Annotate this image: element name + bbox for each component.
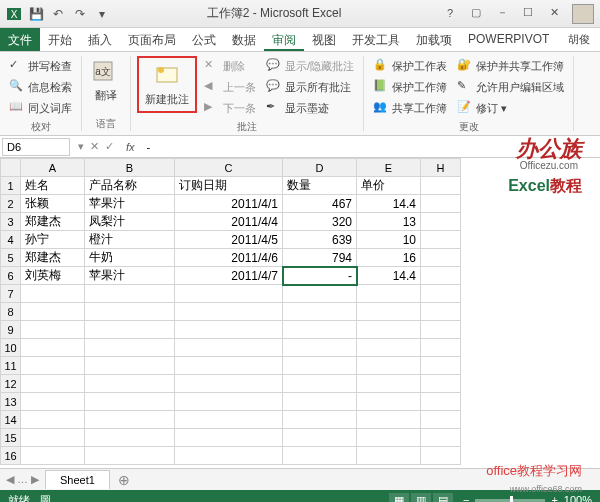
thesaurus-button[interactable]: 📖同义词库 <box>6 98 75 118</box>
cell-B3[interactable]: 凤梨汁 <box>85 213 175 231</box>
cell-E15[interactable] <box>357 429 421 447</box>
tab-review[interactable]: 审阅 <box>264 28 304 51</box>
cell-B15[interactable] <box>85 429 175 447</box>
cell-B10[interactable] <box>85 339 175 357</box>
cell-B16[interactable] <box>85 447 175 465</box>
cell-E12[interactable] <box>357 375 421 393</box>
row-header-9[interactable]: 9 <box>1 321 21 339</box>
cell-B7[interactable] <box>85 285 175 303</box>
cell-H4[interactable] <box>421 231 461 249</box>
row-header-7[interactable]: 7 <box>1 285 21 303</box>
protect-sheet-button[interactable]: 🔒保护工作表 <box>370 56 450 76</box>
delete-comment-button[interactable]: ✕删除 <box>201 56 259 76</box>
cell-D5[interactable]: 794 <box>283 249 357 267</box>
row-header-2[interactable]: 2 <box>1 195 21 213</box>
row-header-10[interactable]: 10 <box>1 339 21 357</box>
cell-E1[interactable]: 单价 <box>357 177 421 195</box>
cell-A15[interactable] <box>21 429 85 447</box>
zoom-control[interactable]: − + 100% <box>463 494 592 502</box>
cell-A16[interactable] <box>21 447 85 465</box>
view-normal-icon[interactable]: ▦ <box>389 493 409 502</box>
cell-B14[interactable] <box>85 411 175 429</box>
tab-layout[interactable]: 页面布局 <box>120 28 184 51</box>
cell-C8[interactable] <box>175 303 283 321</box>
cell-A11[interactable] <box>21 357 85 375</box>
cell-D7[interactable] <box>283 285 357 303</box>
cell-D2[interactable]: 467 <box>283 195 357 213</box>
cancel-formula-icon[interactable]: ✕ <box>90 140 99 153</box>
column-header-A[interactable]: A <box>21 159 85 177</box>
cell-H5[interactable] <box>421 249 461 267</box>
tab-insert[interactable]: 插入 <box>80 28 120 51</box>
cell-B2[interactable]: 苹果汁 <box>85 195 175 213</box>
cell-C14[interactable] <box>175 411 283 429</box>
redo-icon[interactable]: ↷ <box>72 6 88 22</box>
cell-E5[interactable]: 16 <box>357 249 421 267</box>
spellcheck-button[interactable]: ✓拼写检查 <box>6 56 75 76</box>
cell-A3[interactable]: 郑建杰 <box>21 213 85 231</box>
cell-D11[interactable] <box>283 357 357 375</box>
cell-E10[interactable] <box>357 339 421 357</box>
cell-A9[interactable] <box>21 321 85 339</box>
cell-B13[interactable] <box>85 393 175 411</box>
row-header-8[interactable]: 8 <box>1 303 21 321</box>
protect-workbook-button[interactable]: 📗保护工作簿 <box>370 77 450 97</box>
show-ink-button[interactable]: ✒显示墨迹 <box>263 98 357 118</box>
cell-D14[interactable] <box>283 411 357 429</box>
zoom-out-icon[interactable]: − <box>463 494 469 502</box>
cell-C6[interactable]: 2011/4/7 <box>175 267 283 285</box>
tab-addins[interactable]: 加载项 <box>408 28 460 51</box>
cell-A1[interactable]: 姓名 <box>21 177 85 195</box>
cell-D4[interactable]: 639 <box>283 231 357 249</box>
cell-B11[interactable] <box>85 357 175 375</box>
cell-A2[interactable]: 张颖 <box>21 195 85 213</box>
column-header-D[interactable]: D <box>283 159 357 177</box>
undo-icon[interactable]: ↶ <box>50 6 66 22</box>
maximize-icon[interactable]: ☐ <box>516 4 540 22</box>
tab-powerpivot[interactable]: POWERPIVOT <box>460 28 557 51</box>
cell-E8[interactable] <box>357 303 421 321</box>
new-comment-button[interactable]: 新建批注 <box>141 60 193 109</box>
accept-formula-icon[interactable]: ✓ <box>105 140 114 153</box>
cell-C12[interactable] <box>175 375 283 393</box>
cell-A7[interactable] <box>21 285 85 303</box>
namebox-dropdown-icon[interactable]: ▾ <box>78 140 84 153</box>
row-header-3[interactable]: 3 <box>1 213 21 231</box>
cell-H16[interactable] <box>421 447 461 465</box>
cell-H2[interactable] <box>421 195 461 213</box>
avatar[interactable] <box>572 4 594 24</box>
cell-H10[interactable] <box>421 339 461 357</box>
cell-D6[interactable]: - <box>283 267 357 285</box>
cell-B6[interactable]: 苹果汁 <box>85 267 175 285</box>
cell-D13[interactable] <box>283 393 357 411</box>
cell-B8[interactable] <box>85 303 175 321</box>
row-header-15[interactable]: 15 <box>1 429 21 447</box>
ribbon-collapse-icon[interactable]: ▢ <box>464 4 488 22</box>
cell-H15[interactable] <box>421 429 461 447</box>
cell-B12[interactable] <box>85 375 175 393</box>
cell-H9[interactable] <box>421 321 461 339</box>
row-header-1[interactable]: 1 <box>1 177 21 195</box>
worksheet-grid[interactable]: ABCDEH1姓名产品名称订购日期数量单价2张颖苹果汁2011/4/146714… <box>0 158 600 468</box>
add-sheet-button[interactable]: ⊕ <box>110 472 138 488</box>
cell-B4[interactable]: 橙汁 <box>85 231 175 249</box>
excel-icon[interactable]: X <box>6 6 22 22</box>
cell-E11[interactable] <box>357 357 421 375</box>
select-all-corner[interactable] <box>1 159 21 177</box>
cell-D15[interactable] <box>283 429 357 447</box>
cell-E4[interactable]: 10 <box>357 231 421 249</box>
sheet-nav-next-icon[interactable]: ▶ <box>31 473 39 486</box>
sheet-nav-first-icon[interactable]: ◀ <box>6 473 14 486</box>
cell-C5[interactable]: 2011/4/6 <box>175 249 283 267</box>
view-layout-icon[interactable]: ▥ <box>411 493 431 502</box>
close-icon[interactable]: ✕ <box>542 4 566 22</box>
cell-C15[interactable] <box>175 429 283 447</box>
view-pagebreak-icon[interactable]: ▤ <box>433 493 453 502</box>
showhide-comment-button[interactable]: 💬显示/隐藏批注 <box>263 56 357 76</box>
tab-view[interactable]: 视图 <box>304 28 344 51</box>
row-header-13[interactable]: 13 <box>1 393 21 411</box>
cell-D1[interactable]: 数量 <box>283 177 357 195</box>
cell-D10[interactable] <box>283 339 357 357</box>
row-header-11[interactable]: 11 <box>1 357 21 375</box>
next-comment-button[interactable]: ▶下一条 <box>201 98 259 118</box>
